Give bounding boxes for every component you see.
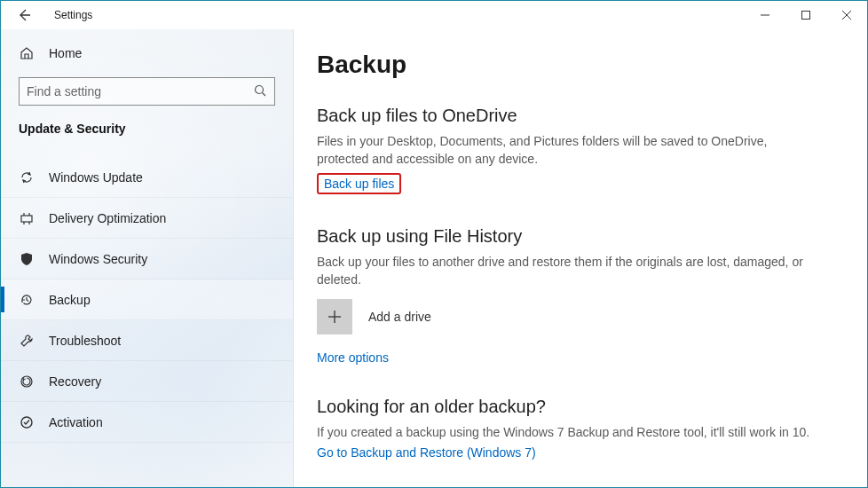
close-button[interactable] [826, 1, 867, 29]
svg-rect-1 [802, 12, 810, 20]
sidebar-item-label: Backup [49, 293, 91, 307]
go-to-backup-restore-link[interactable]: Go to Backup and Restore (Windows 7) [317, 445, 536, 460]
back-button[interactable] [10, 1, 38, 29]
sidebar-item-label: Delivery Optimization [49, 211, 166, 225]
backup-files-link[interactable]: Back up files [324, 177, 394, 191]
sidebar-item-label: Windows Update [49, 170, 143, 185]
section-file-history: Back up using File History Back up your … [317, 226, 832, 365]
arrow-left-icon [17, 8, 31, 22]
close-icon [842, 11, 851, 20]
sidebar-item-windows-security[interactable]: Windows Security [1, 239, 293, 279]
maximize-button[interactable] [785, 1, 826, 29]
minimize-icon [761, 11, 769, 20]
file-history-heading: Back up using File History [317, 226, 832, 247]
sidebar-home-label: Home [49, 46, 82, 60]
sync-icon [19, 169, 35, 185]
sidebar-item-delivery-optimization[interactable]: Delivery Optimization [1, 198, 293, 239]
content: Backup Back up files to OneDrive Files i… [294, 29, 867, 487]
sidebar: Home Update & Security Windows Update De… [1, 29, 294, 487]
titlebar: Settings [1, 1, 867, 29]
sidebar-nav: Windows Update Delivery Optimization Win… [1, 157, 293, 443]
history-icon [19, 292, 35, 308]
shield-icon [19, 251, 35, 267]
sidebar-item-activation[interactable]: Activation [1, 402, 293, 443]
sidebar-item-label: Activation [49, 415, 103, 429]
sidebar-item-windows-update[interactable]: Windows Update [1, 157, 293, 198]
check-icon [19, 414, 35, 430]
sidebar-item-label: Troubleshoot [49, 334, 121, 348]
backup-files-link-highlight: Back up files [317, 173, 401, 194]
section-onedrive: Back up files to OneDrive Files in your … [317, 106, 832, 194]
maximize-icon [801, 11, 810, 20]
sidebar-section-title: Update & Security [1, 122, 293, 148]
onedrive-heading: Back up files to OneDrive [317, 106, 832, 126]
older-backup-heading: Looking for an older backup? [317, 397, 832, 417]
sidebar-item-troubleshoot[interactable]: Troubleshoot [1, 320, 293, 361]
sidebar-item-recovery[interactable]: Recovery [1, 361, 293, 402]
minimize-button[interactable] [745, 1, 785, 29]
wrench-icon [19, 333, 35, 349]
older-backup-desc: If you created a backup using the Window… [317, 424, 814, 442]
section-older-backup: Looking for an older backup? If you crea… [317, 397, 832, 460]
sidebar-item-label: Windows Security [49, 252, 147, 266]
search-wrap [19, 77, 275, 106]
delivery-icon [19, 210, 35, 226]
home-icon [19, 45, 35, 61]
onedrive-desc: Files in your Desktop, Documents, and Pi… [317, 133, 814, 168]
window-title: Settings [54, 9, 92, 21]
recovery-icon [19, 374, 35, 390]
add-drive-button[interactable]: Add a drive [317, 299, 832, 335]
svg-rect-6 [21, 216, 32, 222]
sidebar-item-label: Recovery [49, 374, 101, 389]
page-title: Backup [317, 51, 832, 79]
window-controls [745, 1, 867, 29]
sidebar-home[interactable]: Home [1, 40, 293, 67]
plus-icon [317, 299, 352, 335]
file-history-desc: Back up your files to another drive and … [317, 254, 814, 288]
search-input[interactable] [19, 77, 275, 106]
more-options-link[interactable]: More options [317, 350, 389, 365]
add-drive-label: Add a drive [368, 310, 431, 324]
sidebar-item-backup[interactable]: Backup [1, 279, 293, 320]
